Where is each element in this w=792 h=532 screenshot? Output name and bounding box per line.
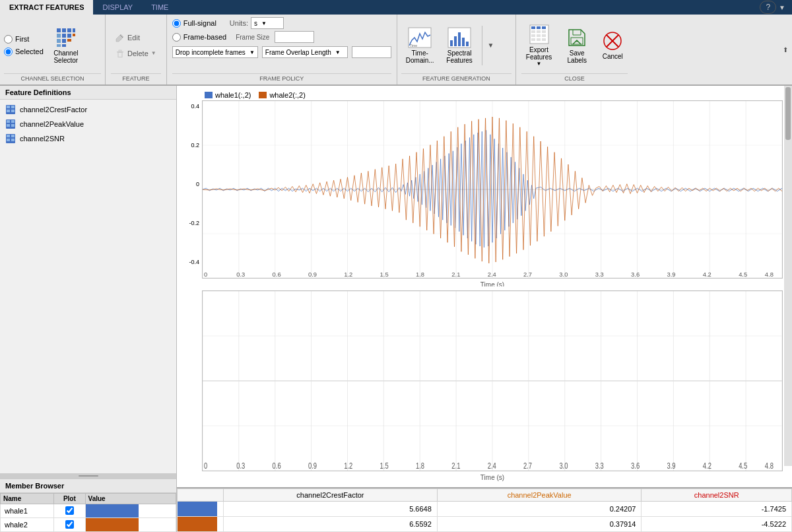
svg-rect-11 — [67, 39, 71, 42]
data-table-container: channel2CrestFactor channel2PeakValue ch… — [177, 487, 792, 532]
svg-rect-18 — [119, 50, 121, 51]
svg-text:2.7: 2.7 — [523, 461, 532, 470]
x-axis-title-bottom: Time (s) — [202, 474, 783, 481]
svg-rect-23 — [454, 36, 457, 46]
svg-marker-14 — [116, 34, 123, 42]
svg-rect-22 — [450, 40, 453, 46]
svg-rect-29 — [537, 26, 541, 29]
panel-divider[interactable] — [0, 473, 176, 479]
first-radio[interactable] — [4, 35, 13, 44]
frame-based-radio[interactable] — [172, 33, 181, 42]
member-browser-panel: Member Browser Name Plot Value — [0, 479, 176, 532]
svg-text:4.8: 4.8 — [765, 272, 774, 278]
svg-rect-25 — [462, 38, 465, 46]
svg-rect-57 — [7, 139, 10, 141]
export-features-button[interactable]: ExportFeatures ▼ — [521, 20, 556, 70]
help-button[interactable]: ? — [760, 1, 776, 14]
feature-table-icon — [5, 133, 16, 144]
delete-dropdown-arrow[interactable]: ▼ — [151, 50, 156, 56]
cancel-icon — [602, 30, 623, 51]
selected-radio[interactable] — [4, 48, 13, 56]
svg-rect-39 — [542, 38, 546, 41]
frame-based-radio-label[interactable]: Frame-based Frame Size — [172, 31, 391, 43]
tab-time[interactable]: TIME — [142, 0, 178, 15]
selected-radio-label[interactable]: Selected — [4, 48, 44, 56]
svg-rect-58 — [11, 139, 15, 141]
scrollbar-thumb[interactable] — [785, 87, 791, 140]
whale2-plot-checkbox[interactable] — [65, 520, 74, 529]
frame-policy-title: FRAME POLICY — [172, 73, 391, 82]
legend-whale1: whale1(:,2) — [205, 91, 251, 99]
dropdown-arrow-icon[interactable]: ▼ — [776, 3, 788, 13]
svg-text:3.9: 3.9 — [667, 461, 675, 470]
cancel-button[interactable]: Cancel — [597, 27, 628, 63]
delete-icon — [116, 49, 125, 58]
vertical-scrollbar[interactable] — [784, 86, 792, 466]
delete-button[interactable]: Delete ▼ — [111, 47, 161, 60]
save-labels-button[interactable]: SaveLabels — [562, 24, 592, 67]
svg-rect-36 — [542, 34, 546, 37]
spectral-features-button[interactable]: SpectralFeatures — [442, 24, 478, 67]
row1-color-swatch — [178, 502, 217, 516]
list-item[interactable]: channel2PeakValue — [0, 117, 176, 131]
drop-frames-dropdown[interactable]: Drop incomplete frames ▼ — [172, 46, 258, 58]
svg-rect-35 — [537, 34, 541, 37]
svg-text:1.5: 1.5 — [380, 272, 389, 278]
legend-whale1-color — [205, 92, 213, 98]
svg-text:4.5: 4.5 — [739, 461, 747, 470]
table-row: 5.6648 0.24207 -1.7425 — [178, 502, 792, 517]
svg-rect-37 — [531, 38, 535, 41]
whale1-plot-checkbox[interactable] — [65, 506, 74, 515]
svg-text:4.2: 4.2 — [703, 461, 711, 470]
svg-text:3.0: 3.0 — [559, 272, 568, 278]
time-domain-button[interactable]: Time Time-Domain... — [401, 24, 439, 67]
col-crest-factor: channel2CrestFactor — [224, 489, 438, 502]
list-item[interactable]: channel2CrestFactor — [0, 102, 176, 117]
svg-text:0.6: 0.6 — [273, 461, 281, 470]
svg-text:3.3: 3.3 — [595, 461, 604, 470]
list-item[interactable]: channel2SNR — [0, 131, 176, 146]
col-plot: Plot — [54, 494, 85, 504]
table-row: whale1 — [1, 504, 176, 518]
svg-text:4.2: 4.2 — [703, 272, 711, 278]
channel-selector-label: ChannelSelector — [53, 50, 78, 64]
channel-selection-section: First Selected — [0, 15, 106, 84]
svg-rect-53 — [11, 124, 15, 127]
svg-rect-6 — [67, 34, 71, 38]
svg-text:3.9: 3.9 — [667, 272, 675, 278]
feature-table-icon — [5, 119, 16, 129]
whale1-color-swatch — [86, 504, 139, 517]
svg-text:1.8: 1.8 — [416, 272, 424, 278]
feature-definitions-title: Feature Definitions — [0, 86, 176, 100]
full-signal-radio-label[interactable]: Full-signal — [172, 19, 216, 28]
export-dropdown-arrow-icon: ▼ — [537, 61, 542, 67]
overlap-dropdown-arrow: ▼ — [335, 50, 341, 55]
frame-size-input[interactable] — [275, 31, 314, 43]
bottom-chart-container: 0 0.3 0.6 0.9 1.2 1.5 1.8 2.1 2.4 2.7 3.… — [177, 286, 792, 487]
units-dropdown[interactable]: s ▼ — [251, 17, 284, 29]
svg-rect-9 — [57, 44, 61, 47]
feature-item-label: channel2SNR — [20, 135, 65, 143]
chart-area: whale1(:,2) whale2(:,2) 0.4 0.2 0 -0.2 -… — [177, 86, 792, 532]
time-domain-icon: Time — [408, 27, 432, 48]
tab-extract-features[interactable]: EXTRACT FEATURES — [0, 0, 93, 15]
overlap-dropdown[interactable]: Frame Overlap Length ▼ — [262, 46, 348, 58]
svg-rect-12 — [73, 34, 75, 36]
full-signal-radio[interactable] — [172, 19, 181, 28]
feature-gen-dropdown-button[interactable]: ▼ — [486, 22, 496, 69]
row2-color-swatch — [178, 517, 217, 531]
channel-selector-icon — [55, 27, 77, 48]
tab-display[interactable]: DISPLAY — [93, 0, 142, 15]
overlap-value-input[interactable] — [352, 46, 391, 58]
feature-generation-title: FEATURE GENERATION — [401, 73, 512, 82]
col-value: Value — [85, 494, 176, 504]
edit-button[interactable]: Edit — [111, 31, 161, 44]
save-icon — [566, 27, 587, 48]
svg-text:1.2: 1.2 — [344, 272, 352, 278]
channel-selector-button[interactable]: ChannelSelector — [46, 17, 86, 73]
first-radio-label[interactable]: First — [4, 35, 44, 44]
time-domain-label: Time-Domain... — [406, 50, 434, 64]
svg-rect-8 — [62, 39, 66, 43]
feature-table-icon — [5, 104, 16, 115]
ribbon-collapse-button[interactable]: ⬆ — [781, 45, 789, 55]
